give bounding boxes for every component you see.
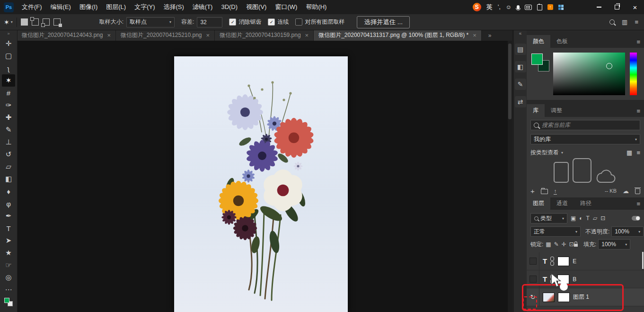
tool-crop[interactable]: # <box>2 87 15 99</box>
ime-microphone-icon[interactable] <box>517 5 520 9</box>
canvas-vertical-scrollbar[interactable] <box>508 41 512 312</box>
blend-mode-select[interactable]: 正常▾ <box>530 226 581 237</box>
filter-type-layers-icon[interactable]: T <box>586 215 590 222</box>
document-tab-0[interactable]: 微信图片_20200704124043.png× <box>17 30 116 41</box>
tool-lasso[interactable]: ʅ <box>2 62 15 74</box>
text-layer-thumbnail[interactable]: T <box>543 257 547 265</box>
fill-select[interactable]: 100%▾ <box>598 239 630 250</box>
layer-thumbnail[interactable] <box>543 293 555 302</box>
ime-emoji-icon[interactable]: ☺ <box>506 4 512 10</box>
toolbar-color-swatches[interactable] <box>4 298 13 306</box>
tool-rectangular-marquee[interactable]: ▢ <box>2 50 15 62</box>
saturation-brightness-field[interactable] <box>553 53 625 95</box>
panel-tab-图层[interactable]: 图层 <box>527 197 550 210</box>
panel-tab-通道[interactable]: 通道 <box>550 197 574 210</box>
layer-filter-toggle[interactable] <box>632 216 640 221</box>
tab-close-icon[interactable]: × <box>107 32 111 38</box>
intersect-selection-icon[interactable] <box>53 18 61 26</box>
menu-item-4[interactable]: 文字(Y) <box>130 0 159 14</box>
layer-mask-thumbnail[interactable] <box>557 257 569 266</box>
document-image[interactable] <box>174 56 348 312</box>
tool-blur[interactable]: ♦ <box>2 185 15 197</box>
select-and-mask-button[interactable]: 选择并遮住 ... <box>357 16 409 28</box>
panel-tab-颜色[interactable]: 颜色 <box>527 35 550 48</box>
menu-item-0[interactable]: 文件(F) <box>18 0 46 14</box>
layers-panel-menu-icon[interactable]: ≡ <box>636 200 640 207</box>
filter-shape-layers-icon[interactable]: ▱ <box>593 215 597 222</box>
panel-tab-路径[interactable]: 路径 <box>574 197 598 210</box>
search-icon[interactable] <box>609 19 615 25</box>
layer-name[interactable]: E <box>573 258 576 265</box>
foreground-color-swatch[interactable] <box>531 53 543 65</box>
layer-row-layer1[interactable]: ↻ 图层 1 <box>527 288 644 306</box>
tool-magic-wand[interactable]: ✶ <box>2 74 15 87</box>
upload-icon[interactable]: ↑ <box>554 188 557 193</box>
anti-alias-checkbox[interactable]: ✓消除锯齿 <box>229 18 261 26</box>
layer-mask-thumbnail[interactable] <box>558 293 570 302</box>
new-selection-icon[interactable] <box>21 18 28 26</box>
cloud-sync-icon[interactable]: ☁ <box>623 187 629 195</box>
tolerance-input[interactable]: 32 <box>197 17 222 27</box>
layer-filter-type-select[interactable]: 类型▾ <box>530 213 567 223</box>
tab-close-icon[interactable]: × <box>206 32 210 38</box>
dock-clone-source-icon[interactable]: ⇄ <box>515 96 526 107</box>
sample-size-select[interactable]: 取样点▾ <box>126 17 175 27</box>
tool-eraser[interactable]: ▱ <box>2 160 15 173</box>
sync-icon[interactable]: ↻ <box>530 294 536 301</box>
hue-slider[interactable] <box>630 53 637 95</box>
layer-name[interactable]: B <box>573 276 576 283</box>
add-to-selection-icon[interactable] <box>32 18 39 26</box>
dock-adjustments-icon[interactable]: ◧ <box>515 61 526 72</box>
ime-punctuation-icon[interactable]: ’, <box>498 4 501 10</box>
workspace-switcher-icon[interactable]: ▥ <box>622 18 627 26</box>
scrollbar-thumb[interactable] <box>508 44 512 119</box>
library-select[interactable]: 我的库▾ <box>530 134 640 144</box>
new-group-icon[interactable] <box>541 189 548 194</box>
menu-item-3[interactable]: 图层(L) <box>102 0 130 14</box>
tool-edit-toolbar[interactable]: ⋯ <box>2 284 15 296</box>
more-tabs-icon[interactable]: » <box>488 32 492 39</box>
subtract-from-selection-icon[interactable] <box>43 18 50 26</box>
menu-item-8[interactable]: 视图(V) <box>242 0 271 14</box>
tool-gradient[interactable]: ◧ <box>2 173 15 185</box>
menu-item-6[interactable]: 滤镜(T) <box>188 0 217 14</box>
grid-view-icon[interactable]: ▦ <box>626 149 632 156</box>
document-tab-2[interactable]: 微信图片_20200704130159.png× <box>215 30 314 41</box>
menu-item-2[interactable]: 图像(I) <box>75 0 102 14</box>
contiguous-checkbox[interactable]: ✓连续 <box>268 18 289 26</box>
ime-clipboard-icon[interactable] <box>537 4 542 10</box>
tool-move[interactable]: ✛ <box>2 37 15 50</box>
ime-toolbox-icon[interactable] <box>558 5 564 10</box>
tool-path-selection[interactable]: ➤ <box>2 234 15 247</box>
color-panel-menu-icon[interactable]: ≡ <box>636 38 640 45</box>
ime-language-toggle[interactable]: 英 <box>486 3 493 11</box>
canvas-area[interactable] <box>17 41 512 312</box>
tab-close-icon[interactable]: × <box>305 32 309 38</box>
lock-all-icon[interactable] <box>574 244 578 247</box>
menu-item-9[interactable]: 窗口(W) <box>271 0 301 14</box>
add-content-icon[interactable]: + <box>530 187 535 195</box>
delete-icon[interactable] <box>635 188 640 194</box>
expand-dock-icon[interactable]: « <box>519 30 522 37</box>
text-layer-thumbnail[interactable]: T <box>543 275 547 283</box>
lock-transparency-icon[interactable]: ▦ <box>546 241 551 248</box>
foreground-color-mini-swatch[interactable] <box>4 298 9 303</box>
filter-smart-objects-icon[interactable]: ⊡ <box>600 215 605 222</box>
opacity-select[interactable]: 100%▾ <box>611 226 644 237</box>
tool-type[interactable]: T <box>2 222 15 234</box>
panel-menu-icon[interactable]: ≡ <box>635 18 638 26</box>
tool-preset-picker[interactable]: ✶▾ <box>4 18 13 26</box>
libraries-panel-menu-icon[interactable]: ≡ <box>636 107 640 115</box>
panel-tab-色板[interactable]: 色板 <box>550 35 574 48</box>
menu-item-10[interactable]: 帮助(H) <box>301 0 331 14</box>
visibility-cell[interactable] <box>527 270 539 288</box>
color-picker-marker[interactable] <box>606 63 612 69</box>
menu-item-7[interactable]: 3D(D) <box>217 0 242 14</box>
sogou-logo-icon[interactable]: S <box>473 3 481 11</box>
lock-paint-icon[interactable]: ✎ <box>554 241 559 248</box>
tool-dodge[interactable]: φ <box>2 197 15 210</box>
dock-properties-icon[interactable]: ▤ <box>515 44 526 55</box>
visibility-cell[interactable] <box>527 252 539 270</box>
tool-clone-stamp[interactable]: ⊥ <box>2 136 15 148</box>
menu-item-5[interactable]: 选择(S) <box>159 0 188 14</box>
